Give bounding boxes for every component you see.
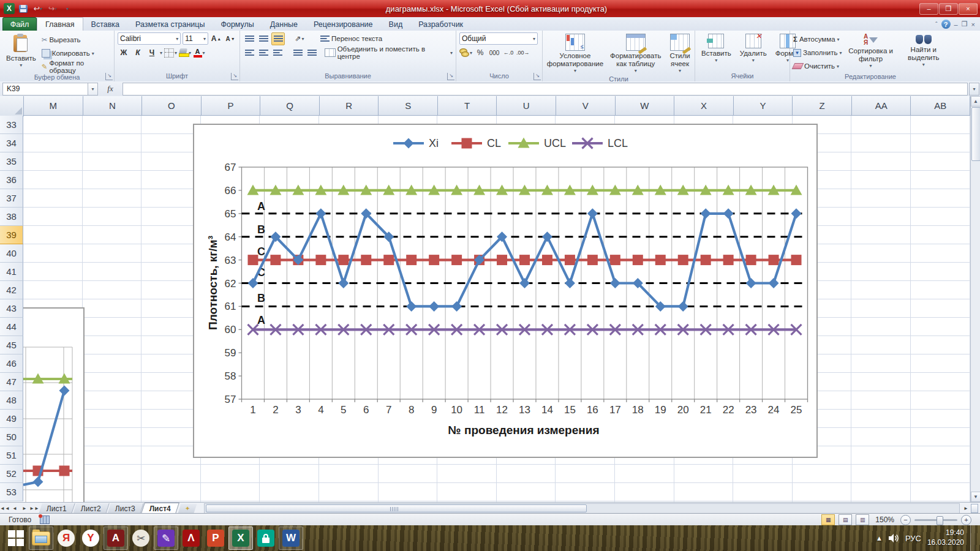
font-color-button[interactable]: А▾ (193, 47, 205, 59)
row-header-37[interactable]: 37 (0, 189, 23, 208)
font-size-combo[interactable]: 11▾ (183, 32, 208, 45)
first-sheet-button[interactable]: ◄◄ (0, 506, 10, 511)
row-header-46[interactable]: 46 (0, 354, 23, 373)
tab-split-handle[interactable] (971, 504, 978, 513)
merge-center-button[interactable]: Объединить и поместить в центре▾ (325, 47, 453, 59)
view-page-break-button[interactable]: ▥ (856, 514, 869, 525)
kaspersky-icon[interactable] (254, 527, 277, 549)
sheet-tab-лист1[interactable]: Лист1 (39, 503, 75, 514)
book-minimize-icon[interactable]: – (954, 21, 958, 28)
tab-вид[interactable]: Вид (381, 18, 411, 31)
control-chart[interactable]: 5758596061626364656667123456789101112131… (193, 124, 818, 458)
restore-button[interactable]: ❒ (939, 3, 958, 15)
sort-filter-button[interactable]: АЯ Сортировка и фильтр▾ (844, 32, 897, 72)
scroll-up-arrow[interactable]: ▲ (971, 96, 980, 107)
row-header-33[interactable]: 33 (0, 116, 23, 134)
align-bottom-button[interactable] (271, 32, 285, 45)
name-box-dropdown[interactable]: ▾ (88, 83, 98, 96)
explorer-icon[interactable] (29, 527, 53, 550)
row-header-39[interactable]: 39 (0, 226, 23, 244)
grow-font-button[interactable]: A▲ (210, 33, 222, 45)
tab-разметка страницы[interactable]: Разметка страницы (127, 18, 213, 31)
row-header-49[interactable]: 49 (0, 410, 23, 428)
tab-формулы[interactable]: Формулы (213, 18, 262, 31)
view-page-layout-button[interactable]: ▤ (839, 514, 852, 525)
clipboard-dialog-launcher[interactable]: ↘ (105, 73, 113, 80)
alignment-dialog-launcher[interactable]: ↘ (447, 73, 454, 80)
number-format-combo[interactable]: Общий▾ (459, 32, 538, 45)
zoom-out-button[interactable]: − (900, 515, 911, 525)
borders-button[interactable]: ▾ (164, 47, 177, 59)
wrap-text-button[interactable]: Перенос текста (320, 32, 382, 45)
acrobat-icon[interactable]: Λ (179, 527, 203, 549)
align-middle-button[interactable] (257, 33, 270, 45)
book-close-icon[interactable]: × (971, 21, 975, 28)
sheet-tab-лист2[interactable]: Лист2 (73, 503, 109, 514)
start-button[interactable] (4, 527, 28, 549)
column-header-Y[interactable]: Y (734, 96, 793, 116)
align-left-button[interactable] (243, 47, 255, 59)
column-header-R[interactable]: R (320, 96, 379, 116)
row-header-40[interactable]: 40 (0, 244, 23, 263)
zoom-slider-thumb[interactable] (937, 516, 943, 525)
column-header-AA[interactable]: AA (852, 96, 911, 116)
fill-button[interactable]: ▼Заполнить▾ (793, 47, 842, 59)
show-desktop-button[interactable] (970, 525, 975, 551)
horizontal-scrollbar[interactable] (204, 503, 960, 514)
column-header-Q[interactable]: Q (260, 96, 320, 116)
increase-decimal-button[interactable]: ←.0 (502, 47, 514, 59)
clock[interactable]: 19:40 16.03.2020 (927, 528, 964, 547)
italic-button[interactable]: К (132, 47, 144, 59)
row-header-38[interactable]: 38 (0, 208, 23, 226)
tab-разработчик[interactable]: Разработчик (410, 18, 471, 31)
row-header-41[interactable]: 41 (0, 263, 23, 281)
book-restore-icon[interactable]: ❒ (962, 20, 968, 28)
column-header-U[interactable]: U (497, 96, 556, 116)
zoom-slider[interactable] (914, 519, 957, 521)
number-dialog-launcher[interactable]: ↘ (533, 73, 541, 80)
redo-button[interactable]: ↪▾ (47, 3, 59, 14)
column-header-S[interactable]: S (379, 96, 438, 116)
hidden-icons-chevron[interactable]: ▲ (876, 534, 883, 542)
language-indicator[interactable]: РУС (905, 534, 921, 543)
row-header-52[interactable]: 52 (0, 465, 23, 483)
vertical-scroll-thumb[interactable] (971, 107, 980, 161)
close-button[interactable]: × (959, 3, 978, 15)
underline-button[interactable]: Ч (146, 47, 158, 59)
bold-button[interactable]: Ж (118, 47, 130, 59)
insert-function-button[interactable]: fx (98, 84, 123, 94)
column-header-N[interactable]: N (83, 96, 143, 116)
column-header-T[interactable]: T (438, 96, 497, 116)
column-header-P[interactable]: P (202, 96, 261, 116)
row-header-35[interactable]: 35 (0, 152, 23, 171)
tab-file[interactable]: Файл (2, 17, 37, 31)
column-header-Z[interactable]: Z (793, 96, 852, 116)
orientation-button[interactable]: ⇗▾ (293, 33, 306, 45)
decrease-decimal-button[interactable]: .00→ (516, 47, 530, 59)
paste-button[interactable]: Вставить▾ (3, 32, 39, 73)
row-header-48[interactable]: 48 (0, 391, 23, 410)
delete-cells-button[interactable]: ✕ Удалить▾ (737, 32, 770, 72)
select-all-corner[interactable] (0, 96, 24, 116)
column-header-V[interactable]: V (556, 96, 616, 116)
drawing-app-icon[interactable]: ✎ (154, 527, 178, 550)
last-sheet-button[interactable]: ►► (29, 506, 39, 511)
cell-styles-button[interactable]: Стили ячеек▾ (666, 32, 693, 75)
autosum-button[interactable]: ΣАвтосумма▾ (793, 33, 842, 45)
zoom-in-button[interactable]: + (961, 515, 971, 525)
font-dialog-launcher[interactable]: ↘ (231, 73, 238, 80)
column-header-AB[interactable]: AB (911, 96, 970, 116)
sheet-tab-лист4[interactable]: Лист4 (141, 503, 179, 514)
save-button[interactable] (17, 3, 29, 14)
align-top-button[interactable] (243, 33, 255, 45)
clear-button[interactable]: Очистить▾ (793, 60, 842, 72)
next-sheet-button[interactable]: ► (20, 506, 29, 511)
row-header-42[interactable]: 42 (0, 281, 23, 299)
row-header-43[interactable]: 43 (0, 299, 23, 318)
tab-рецензирование[interactable]: Рецензирование (306, 18, 381, 31)
align-center-button[interactable] (257, 47, 270, 59)
row-header-47[interactable]: 47 (0, 373, 23, 391)
excel-logo-icon[interactable]: X (4, 3, 15, 14)
column-header-X[interactable]: X (674, 96, 734, 116)
row-header-51[interactable]: 51 (0, 446, 23, 465)
